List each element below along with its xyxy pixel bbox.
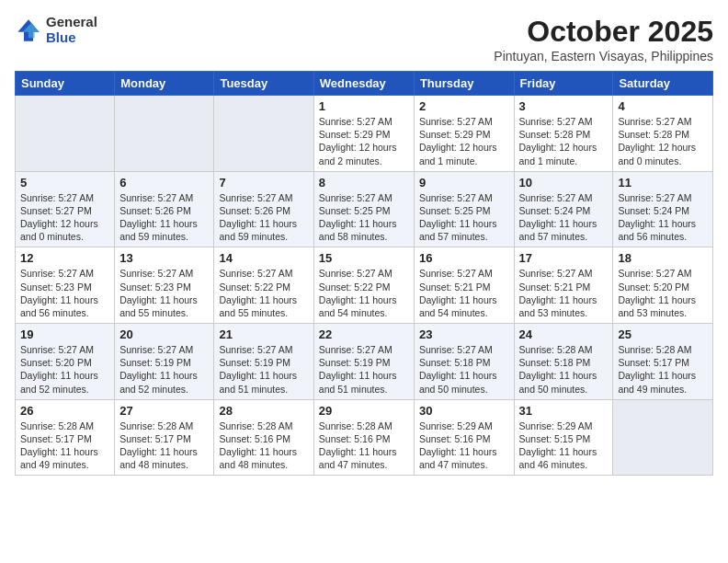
day-info: Sunrise: 5:28 AMSunset: 5:18 PMDaylight:… — [519, 343, 609, 396]
calendar-cell — [115, 96, 214, 172]
logo-general: General — [46, 15, 97, 30]
calendar-cell: 10Sunrise: 5:27 AMSunset: 5:24 PMDayligh… — [514, 171, 613, 247]
day-number: 12 — [20, 251, 109, 265]
day-info: Sunrise: 5:27 AMSunset: 5:29 PMDaylight:… — [319, 115, 409, 167]
calendar-cell: 28Sunrise: 5:28 AMSunset: 5:16 PMDayligh… — [214, 399, 313, 476]
day-number: 27 — [119, 404, 209, 418]
calendar-cell: 13Sunrise: 5:27 AMSunset: 5:23 PMDayligh… — [115, 247, 214, 324]
day-info: Sunrise: 5:27 AMSunset: 5:19 PMDaylight:… — [119, 343, 209, 396]
day-number: 6 — [119, 176, 209, 190]
calendar-cell: 4Sunrise: 5:27 AMSunset: 5:28 PMDaylight… — [613, 96, 713, 172]
day-info: Sunrise: 5:27 AMSunset: 5:28 PMDaylight:… — [618, 115, 708, 167]
day-info: Sunrise: 5:27 AMSunset: 5:19 PMDaylight:… — [219, 343, 308, 396]
calendar-cell: 29Sunrise: 5:28 AMSunset: 5:16 PMDayligh… — [313, 399, 414, 476]
day-number: 21 — [219, 327, 308, 341]
day-number: 18 — [618, 251, 708, 265]
calendar-cell: 17Sunrise: 5:27 AMSunset: 5:21 PMDayligh… — [514, 247, 613, 324]
calendar-cell: 7Sunrise: 5:27 AMSunset: 5:26 PMDaylight… — [214, 171, 313, 247]
day-number: 3 — [519, 99, 609, 113]
day-info: Sunrise: 5:29 AMSunset: 5:15 PMDaylight:… — [519, 419, 609, 472]
calendar-cell: 1Sunrise: 5:27 AMSunset: 5:29 PMDaylight… — [313, 96, 414, 172]
day-info: Sunrise: 5:27 AMSunset: 5:26 PMDaylight:… — [219, 191, 308, 244]
day-info: Sunrise: 5:27 AMSunset: 5:28 PMDaylight:… — [519, 115, 609, 167]
day-info: Sunrise: 5:27 AMSunset: 5:25 PMDaylight:… — [419, 191, 509, 244]
calendar-cell: 9Sunrise: 5:27 AMSunset: 5:25 PMDaylight… — [414, 171, 514, 247]
weekday-sunday: Sunday — [16, 72, 115, 96]
day-info: Sunrise: 5:27 AMSunset: 5:24 PMDaylight:… — [519, 191, 609, 244]
logo-icon — [15, 17, 42, 44]
calendar-cell: 22Sunrise: 5:27 AMSunset: 5:19 PMDayligh… — [313, 324, 414, 400]
day-info: Sunrise: 5:28 AMSunset: 5:16 PMDaylight:… — [319, 419, 409, 472]
day-info: Sunrise: 5:27 AMSunset: 5:18 PMDaylight:… — [419, 343, 509, 396]
day-number: 29 — [319, 404, 409, 418]
day-info: Sunrise: 5:28 AMSunset: 5:17 PMDaylight:… — [618, 343, 708, 396]
logo-text: General Blue — [46, 15, 97, 45]
day-number: 10 — [519, 176, 609, 190]
day-number: 13 — [119, 251, 209, 265]
weekday-header-row: SundayMondayTuesdayWednesdayThursdayFrid… — [16, 72, 713, 96]
day-info: Sunrise: 5:28 AMSunset: 5:17 PMDaylight:… — [119, 419, 209, 472]
calendar-cell — [613, 399, 713, 476]
logo-blue: Blue — [46, 30, 97, 46]
day-number: 19 — [20, 327, 109, 341]
day-number: 14 — [219, 251, 308, 265]
day-info: Sunrise: 5:27 AMSunset: 5:21 PMDaylight:… — [519, 267, 609, 319]
day-number: 7 — [219, 176, 308, 190]
calendar-cell: 16Sunrise: 5:27 AMSunset: 5:21 PMDayligh… — [414, 247, 514, 324]
weekday-thursday: Thursday — [414, 72, 514, 96]
calendar-cell: 5Sunrise: 5:27 AMSunset: 5:27 PMDaylight… — [16, 171, 115, 247]
page-header: General Blue October 2025 Pintuyan, East… — [15, 15, 713, 63]
calendar-cell: 14Sunrise: 5:27 AMSunset: 5:22 PMDayligh… — [214, 247, 313, 324]
day-number: 1 — [319, 99, 409, 113]
calendar-week-1: 1Sunrise: 5:27 AMSunset: 5:29 PMDaylight… — [16, 96, 713, 172]
day-info: Sunrise: 5:27 AMSunset: 5:26 PMDaylight:… — [119, 191, 209, 244]
calendar-cell: 27Sunrise: 5:28 AMSunset: 5:17 PMDayligh… — [115, 399, 214, 476]
month-title: October 2025 — [494, 15, 713, 49]
day-number: 11 — [618, 176, 708, 190]
calendar-cell: 26Sunrise: 5:28 AMSunset: 5:17 PMDayligh… — [16, 399, 115, 476]
calendar-cell — [16, 96, 115, 172]
day-info: Sunrise: 5:27 AMSunset: 5:22 PMDaylight:… — [319, 267, 409, 319]
day-info: Sunrise: 5:27 AMSunset: 5:23 PMDaylight:… — [119, 267, 209, 319]
calendar-cell: 12Sunrise: 5:27 AMSunset: 5:23 PMDayligh… — [16, 247, 115, 324]
calendar-cell: 31Sunrise: 5:29 AMSunset: 5:15 PMDayligh… — [514, 399, 613, 476]
day-number: 26 — [20, 404, 109, 418]
calendar-cell: 2Sunrise: 5:27 AMSunset: 5:29 PMDaylight… — [414, 96, 514, 172]
day-info: Sunrise: 5:27 AMSunset: 5:27 PMDaylight:… — [20, 191, 109, 244]
day-number: 31 — [519, 404, 609, 418]
calendar-cell: 6Sunrise: 5:27 AMSunset: 5:26 PMDaylight… — [115, 171, 214, 247]
day-info: Sunrise: 5:27 AMSunset: 5:19 PMDaylight:… — [319, 343, 409, 396]
calendar-cell: 19Sunrise: 5:27 AMSunset: 5:20 PMDayligh… — [16, 324, 115, 400]
calendar-week-5: 26Sunrise: 5:28 AMSunset: 5:17 PMDayligh… — [16, 399, 713, 476]
calendar-cell: 21Sunrise: 5:27 AMSunset: 5:19 PMDayligh… — [214, 324, 313, 400]
day-number: 20 — [119, 327, 209, 341]
weekday-tuesday: Tuesday — [214, 72, 313, 96]
day-info: Sunrise: 5:29 AMSunset: 5:16 PMDaylight:… — [419, 419, 509, 472]
day-info: Sunrise: 5:27 AMSunset: 5:20 PMDaylight:… — [20, 343, 109, 396]
day-info: Sunrise: 5:27 AMSunset: 5:24 PMDaylight:… — [618, 191, 708, 244]
day-info: Sunrise: 5:27 AMSunset: 5:22 PMDaylight:… — [219, 267, 308, 319]
calendar-cell: 24Sunrise: 5:28 AMSunset: 5:18 PMDayligh… — [514, 324, 613, 400]
calendar-cell: 8Sunrise: 5:27 AMSunset: 5:25 PMDaylight… — [313, 171, 414, 247]
day-info: Sunrise: 5:27 AMSunset: 5:23 PMDaylight:… — [20, 267, 109, 319]
day-number: 2 — [419, 99, 509, 113]
calendar-cell: 23Sunrise: 5:27 AMSunset: 5:18 PMDayligh… — [414, 324, 514, 400]
day-number: 23 — [419, 327, 509, 341]
calendar-cell: 20Sunrise: 5:27 AMSunset: 5:19 PMDayligh… — [115, 324, 214, 400]
day-number: 22 — [319, 327, 409, 341]
calendar-cell — [214, 96, 313, 172]
calendar-cell: 15Sunrise: 5:27 AMSunset: 5:22 PMDayligh… — [313, 247, 414, 324]
day-number: 9 — [419, 176, 509, 190]
day-number: 15 — [319, 251, 409, 265]
day-number: 24 — [519, 327, 609, 341]
weekday-saturday: Saturday — [613, 72, 713, 96]
day-number: 25 — [618, 327, 708, 341]
calendar-table: SundayMondayTuesdayWednesdayThursdayFrid… — [15, 71, 713, 476]
day-info: Sunrise: 5:27 AMSunset: 5:25 PMDaylight:… — [319, 191, 409, 244]
calendar-cell: 18Sunrise: 5:27 AMSunset: 5:20 PMDayligh… — [613, 247, 713, 324]
day-info: Sunrise: 5:27 AMSunset: 5:20 PMDaylight:… — [618, 267, 708, 319]
day-number: 4 — [618, 99, 708, 113]
day-number: 16 — [419, 251, 509, 265]
logo: General Blue — [15, 15, 97, 45]
calendar-cell: 11Sunrise: 5:27 AMSunset: 5:24 PMDayligh… — [613, 171, 713, 247]
